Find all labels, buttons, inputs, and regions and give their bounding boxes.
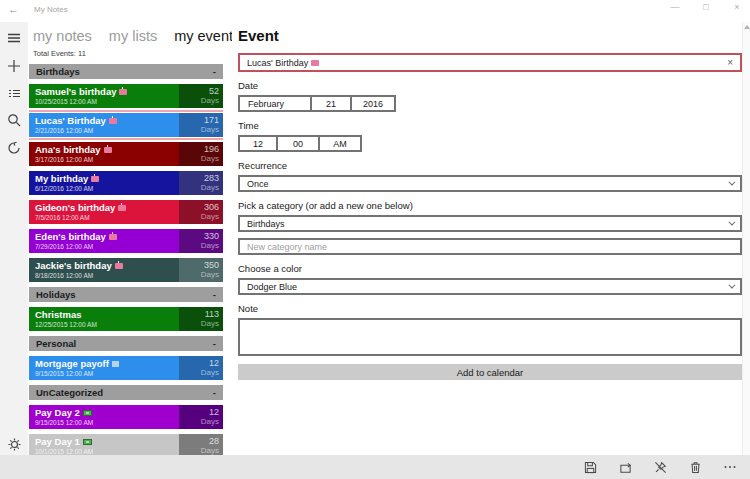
ampm-picker[interactable]: AM <box>318 135 362 152</box>
event-item[interactable]: My birthday6/12/2016 12:00 AM283Days <box>29 171 223 195</box>
more-icon[interactable] <box>723 460 737 474</box>
color-select[interactable]: Dodger Blue <box>238 278 742 295</box>
event-datetime: 12/25/2015 12:00 AM <box>35 320 179 329</box>
category-name: Birthdays <box>36 66 80 77</box>
add-icon[interactable] <box>6 58 22 74</box>
save-icon[interactable] <box>583 460 597 474</box>
event-title: Jackie's birthday <box>35 260 112 271</box>
add-to-calendar-button[interactable]: Add to calendar <box>238 364 742 380</box>
nav-rail <box>0 22 28 455</box>
event-item[interactable]: Eden's birthday7/29/2016 12:00 AM330Days <box>29 229 223 253</box>
days-label: Days <box>179 212 219 222</box>
recurrence-value: Once <box>247 179 269 189</box>
settings-gear-icon[interactable] <box>6 436 22 452</box>
collapse-toggle[interactable]: - <box>213 338 216 349</box>
event-title: Gideon's birthday <box>35 202 115 213</box>
collapse-toggle[interactable]: - <box>213 289 216 300</box>
chevron-down-icon <box>728 282 735 289</box>
event-title: Christmas <box>35 309 81 320</box>
event-title: Samuel's birthday <box>35 86 116 97</box>
event-item[interactable]: Jackie's birthday8/18/2016 12:00 AM350Da… <box>29 258 223 282</box>
days-block: 330Days <box>179 229 223 253</box>
event-list: Birthdays-Samuel's birthday10/25/2015 12… <box>29 64 223 463</box>
hour-picker[interactable]: 12 <box>238 135 278 152</box>
event-item[interactable]: Gideon's birthday7/5/2016 12:00 AM306Day… <box>29 200 223 224</box>
category-header[interactable]: Birthdays- <box>29 64 223 79</box>
event-item[interactable]: Christmas12/25/2015 12:00 AM113Days <box>29 307 223 331</box>
delete-icon[interactable] <box>688 460 702 474</box>
days-label: Days <box>179 319 219 329</box>
scroll-up-icon[interactable] <box>744 25 750 29</box>
event-title: Ana's birthday <box>35 144 101 155</box>
days-label: Days <box>179 96 219 106</box>
days-label: Days <box>179 125 219 135</box>
minute-picker[interactable]: 00 <box>276 135 320 152</box>
year-picker[interactable]: 2016 <box>350 95 396 112</box>
category-header[interactable]: UnCategorized- <box>29 385 223 400</box>
cake-emoji-icon <box>109 234 117 240</box>
day-picker[interactable]: 21 <box>310 95 352 112</box>
days-block: 171Days <box>179 113 223 137</box>
maximize-button[interactable]: □ <box>699 2 713 12</box>
recurrence-select[interactable]: Once <box>238 175 742 192</box>
cake-emoji-icon <box>109 118 117 124</box>
category-label: Pick a category (or add a new one below) <box>238 200 748 211</box>
category-name: Personal <box>36 338 76 349</box>
money-emoji-icon <box>83 410 92 416</box>
menu-icon[interactable] <box>6 30 22 46</box>
scrollbar[interactable] <box>742 22 750 455</box>
close-button[interactable]: × <box>730 2 744 12</box>
collapse-toggle[interactable]: - <box>213 66 216 77</box>
days-block: 113Days <box>179 307 223 331</box>
tab-bar: my notes my lists my events <box>28 22 232 46</box>
category-value: Birthdays <box>247 219 285 229</box>
event-datetime: 7/5/2016 12:00 AM <box>35 213 179 222</box>
minimize-button[interactable]: — <box>668 2 682 12</box>
note-textarea[interactable] <box>238 318 742 356</box>
tab-my-notes[interactable]: my notes <box>33 28 92 44</box>
event-item[interactable]: Lucas' Birthday2/21/2016 12:00 AM171Days <box>29 113 223 137</box>
category-select[interactable]: Birthdays <box>238 215 742 232</box>
category-name: UnCategorized <box>36 387 103 398</box>
back-button[interactable]: ← <box>8 3 19 15</box>
event-item[interactable]: Mortgage payoff9/15/2015 12:00 AM12Days <box>29 356 223 380</box>
tab-my-lists[interactable]: my lists <box>109 28 157 44</box>
days-block: 350Days <box>179 258 223 282</box>
event-name-value: Lucas' Birthday <box>247 58 308 68</box>
time-picker: 12 00 AM <box>238 135 748 152</box>
days-count: 12 <box>179 358 219 368</box>
cake-emoji-icon <box>91 176 99 182</box>
category-header[interactable]: Holidays- <box>29 287 223 302</box>
days-count: 306 <box>179 202 219 212</box>
days-label: Days <box>179 154 219 164</box>
events-panel: my notes my lists my events Total Events… <box>28 22 232 455</box>
repeat-icon[interactable] <box>618 460 632 474</box>
recurrence-label: Recurrence <box>238 160 748 171</box>
clear-input-icon[interactable]: × <box>727 57 733 68</box>
search-icon[interactable] <box>6 112 22 128</box>
tab-my-events[interactable]: my events <box>174 28 240 44</box>
days-count: 330 <box>179 231 219 241</box>
days-count: 113 <box>179 309 219 319</box>
date-label: Date <box>238 80 748 91</box>
cake-emoji-icon <box>104 147 112 153</box>
list-icon[interactable] <box>6 85 22 101</box>
collapse-toggle[interactable]: - <box>213 387 216 398</box>
money-emoji-icon <box>83 439 92 445</box>
category-header[interactable]: Personal- <box>29 336 223 351</box>
color-label: Choose a color <box>238 263 748 274</box>
event-item[interactable]: Ana's birthday3/17/2016 12:00 AM196Days <box>29 142 223 166</box>
event-datetime: 7/29/2016 12:00 AM <box>35 242 179 251</box>
event-item[interactable]: Pay Day 29/15/2015 12:00 AM12Days <box>29 405 223 429</box>
days-block: 12Days <box>179 405 223 429</box>
new-category-input[interactable] <box>238 238 742 255</box>
days-label: Days <box>179 368 219 378</box>
event-name-input[interactable]: Lucas' Birthday × <box>238 53 742 72</box>
event-item[interactable]: Samuel's birthday10/25/2015 12:00 AM52Da… <box>29 84 223 108</box>
event-title: Lucas' Birthday <box>35 115 106 126</box>
cake-emoji-icon <box>311 60 319 66</box>
sync-icon[interactable] <box>6 140 22 156</box>
month-picker[interactable]: February <box>238 95 312 112</box>
event-datetime: 10/25/2015 12:00 AM <box>35 97 179 106</box>
unpin-icon[interactable] <box>653 460 667 474</box>
